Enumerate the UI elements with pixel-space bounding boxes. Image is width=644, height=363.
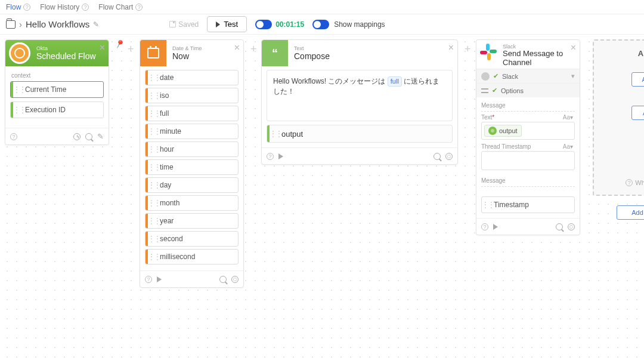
thread-timestamp-input[interactable]: Aa▾	[481, 151, 575, 170]
add-app-button[interactable]: Add ap	[631, 72, 644, 87]
card-sup: Date & Time	[172, 45, 202, 51]
output-field[interactable]: ⋮⋮day	[145, 177, 239, 193]
card-title: Send Message to Channel	[503, 50, 575, 67]
close-icon[interactable]: ×	[448, 42, 454, 53]
drag-icon[interactable]: ⋮⋮	[148, 253, 157, 261]
drag-icon[interactable]: ⋮⋮	[148, 163, 157, 171]
flow-toggle-timer: 00:01:15	[255, 20, 304, 29]
output-field[interactable]: ⋮⋮minute	[145, 124, 239, 139]
add-card-icon[interactable]: +	[250, 43, 257, 56]
drag-icon[interactable]: ⋮⋮	[148, 199, 157, 207]
output-field[interactable]: ⋮⋮hour	[145, 141, 239, 157]
output-field[interactable]: ⋮⋮date	[145, 70, 239, 85]
drag-icon[interactable]: ⋮⋮	[148, 235, 157, 243]
run-icon[interactable]	[278, 153, 283, 159]
tab-flow[interactable]: Flow?	[6, 3, 30, 11]
add-function-button[interactable]: Add fu	[631, 106, 644, 120]
output-field[interactable]: ⋮⋮output	[267, 125, 453, 143]
card-title: Scheduled Flow	[36, 51, 96, 61]
show-mappings-toggle[interactable]: Show mappings	[312, 20, 385, 29]
section-label: Message	[481, 102, 575, 109]
slack-icon	[480, 44, 497, 60]
play-icon	[216, 21, 220, 27]
output-field[interactable]: ⋮⋮millisecond	[145, 249, 239, 264]
tab-flow-history[interactable]: Flow History?	[40, 3, 89, 11]
search-icon[interactable]	[556, 223, 563, 230]
search-icon[interactable]	[85, 133, 92, 140]
gear-icon[interactable]	[231, 276, 239, 283]
output-field[interactable]: ⋮⋮Timestamp	[481, 196, 575, 213]
drag-icon[interactable]: ⋮⋮	[482, 201, 491, 209]
add-card-icon[interactable]: +	[465, 43, 471, 56]
help-icon[interactable]: ?	[10, 133, 17, 140]
test-button[interactable]: Test	[207, 16, 247, 32]
close-icon[interactable]: ×	[100, 42, 105, 53]
run-icon[interactable]	[493, 224, 498, 230]
clock-icon[interactable]	[73, 133, 80, 140]
card-datetime-now: × Date & TimeNow ⋮⋮date⋮⋮iso⋮⋮full⋮⋮minu…	[140, 39, 244, 288]
format-icon[interactable]: Aa▾	[563, 143, 573, 150]
flow-title[interactable]: Hello Workflows	[26, 19, 89, 29]
add-note-button[interactable]: Add	[617, 205, 644, 220]
drag-icon[interactable]: ⋮⋮	[148, 217, 157, 225]
output-field[interactable]: ⋮⋮year	[145, 213, 239, 229]
close-icon[interactable]: ×	[571, 42, 576, 53]
search-icon[interactable]	[219, 276, 227, 283]
help-icon[interactable]: ?	[23, 4, 30, 11]
card-title: Now	[172, 51, 202, 61]
output-field[interactable]: ⋮⋮month	[145, 195, 239, 211]
compose-input[interactable]: Hello Workflows! このメッセージは full に送られました！	[267, 70, 453, 121]
avatar-icon	[481, 72, 490, 81]
gear-icon[interactable]	[568, 223, 575, 230]
connection-select[interactable]: ✔Slack▾	[476, 69, 580, 83]
field-label: Thread Timestamp	[481, 143, 575, 150]
help-icon[interactable]: ?	[267, 153, 274, 160]
card-sup: Text	[294, 45, 330, 51]
drag-icon[interactable]: ⋮⋮	[148, 91, 157, 100]
pin-icon[interactable]: 📍	[112, 38, 126, 51]
card-title: Compose	[294, 51, 330, 61]
help-icon[interactable]: ?	[145, 276, 152, 283]
card-scheduled-flow: × OktaScheduled Flow context ⋮⋮Current T…	[5, 39, 109, 145]
pencil-icon[interactable]: ✎	[97, 132, 104, 141]
output-field[interactable]: ⋮⋮full	[145, 106, 239, 121]
section-label: Message	[481, 177, 575, 184]
help-link[interactable]: ?What is an app	[626, 179, 644, 186]
flow-canvas[interactable]: 📍 + + + × OktaScheduled Flow context ⋮⋮C…	[0, 35, 644, 363]
options-select[interactable]: ✔Options	[476, 83, 580, 97]
drag-icon[interactable]: ⋮⋮	[148, 73, 157, 82]
help-icon[interactable]: ?	[481, 223, 488, 230]
drag-icon[interactable]: ⋮⋮	[270, 130, 279, 138]
pencil-icon[interactable]: ✎	[93, 20, 99, 29]
gear-icon[interactable]	[445, 153, 453, 160]
folder-icon[interactable]	[6, 20, 16, 29]
output-field[interactable]: ⋮⋮time	[145, 159, 239, 175]
tab-flow-chart[interactable]: Flow Chart?	[98, 3, 143, 11]
drag-icon[interactable]: ⋮⋮	[148, 127, 157, 136]
mapped-chip[interactable]: full	[388, 76, 402, 87]
run-icon[interactable]	[157, 276, 162, 282]
add-card-icon[interactable]: +	[128, 43, 134, 56]
drag-icon[interactable]: ⋮⋮	[13, 85, 23, 94]
output-field[interactable]: ⋮⋮iso	[145, 88, 239, 103]
breadcrumb: › Hello Workflows✎	[6, 19, 99, 29]
help-icon[interactable]: ?	[82, 4, 89, 11]
check-icon: ✔	[492, 87, 497, 94]
output-field[interactable]: ⋮⋮Current Time	[10, 81, 104, 98]
flow-enabled-toggle[interactable]	[255, 20, 272, 29]
quote-icon: “	[262, 40, 288, 66]
output-field[interactable]: ⋮⋮Execution ID	[10, 101, 104, 118]
help-icon[interactable]: ?	[135, 4, 143, 11]
drag-icon[interactable]: ⋮⋮	[148, 109, 157, 118]
format-icon[interactable]: Aa▾	[563, 114, 573, 121]
drag-icon[interactable]: ⋮⋮	[13, 106, 23, 114]
mapped-chip[interactable]: output	[484, 125, 522, 137]
close-icon[interactable]: ×	[234, 42, 240, 53]
card-sup: Okta	[36, 45, 96, 51]
text-input[interactable]: Aa▾ output	[481, 122, 575, 140]
drag-icon[interactable]: ⋮⋮	[148, 181, 157, 189]
sliders-icon	[481, 88, 488, 94]
output-field[interactable]: ⋮⋮second	[145, 231, 239, 247]
search-icon[interactable]	[434, 153, 441, 160]
drag-icon[interactable]: ⋮⋮	[148, 145, 157, 153]
